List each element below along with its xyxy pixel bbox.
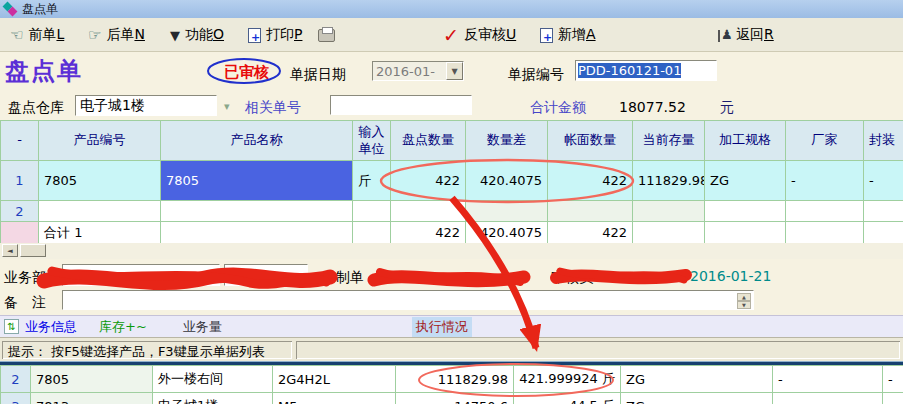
stock-lookup-grid: 2 7805 外一楼右间 2G4H2L 111829.98 421.999924… xyxy=(0,365,903,404)
print-page-icon: + xyxy=(248,28,261,43)
docno-label: 单据编号 xyxy=(508,66,564,84)
print-button[interactable]: + 打印P xyxy=(248,23,302,47)
lookup-row-2-partial: 3 7813 电子城1楼 M5 14750.6 44.5 斤 ZG - - xyxy=(1,393,903,404)
cell-counted-qty[interactable] xyxy=(391,201,466,222)
audit-date-value: 2016-01-21 xyxy=(690,268,771,284)
grid-header-row: - 产品编号 产品名称 输入 单位 盘点数量 数量差 帐面数量 当前存量 加工规… xyxy=(1,121,903,161)
cell-qty[interactable]: 421.999924 斤 xyxy=(514,366,621,393)
cell-location[interactable]: 电子城1楼 xyxy=(153,393,273,404)
docno-input[interactable]: PDD-160121-01 xyxy=(575,60,717,81)
red-check-icon: ✓ xyxy=(443,26,459,45)
cell-code[interactable]: 7813 xyxy=(31,393,153,404)
total-counted-qty: 422 xyxy=(391,222,466,244)
cell-counted-qty[interactable]: 422 xyxy=(391,161,466,201)
row-number[interactable]: 1 xyxy=(1,161,39,201)
cell-current-stock[interactable] xyxy=(633,201,705,222)
spinner-down-icon[interactable]: ▼ xyxy=(737,301,751,309)
scroll-left-icon[interactable]: ◄ xyxy=(2,244,18,257)
cell-package[interactable] xyxy=(864,201,903,222)
cell-vendor[interactable]: - xyxy=(786,161,864,201)
dept-label: 业务部门 xyxy=(4,269,60,287)
cell-vendor[interactable] xyxy=(786,201,864,222)
cell-name[interactable] xyxy=(161,201,353,222)
spinner-up-icon[interactable]: ▲ xyxy=(737,293,751,301)
grid-row-1: 1 7805 7805 斤 422 420.4075 422 111829.98… xyxy=(1,161,903,201)
cell-qty-diff[interactable]: 420.4075 xyxy=(466,161,548,201)
status-hint: 提示： 按F5键选择产品，F3键显示单据列表 xyxy=(2,341,292,359)
cell-stock[interactable]: 111829.98 xyxy=(396,366,514,393)
cell-book-qty[interactable]: 422 xyxy=(548,161,633,201)
cell-qty[interactable]: 44.5 斤 xyxy=(514,393,621,404)
row-number[interactable]: 3 xyxy=(1,393,31,404)
cell-unit[interactable] xyxy=(353,201,391,222)
tab-volume[interactable]: 业务量 xyxy=(183,318,222,336)
cell-unit[interactable]: 斤 xyxy=(353,161,391,201)
cell-process-spec[interactable]: ZG xyxy=(705,161,786,201)
scrollbar-thumb[interactable] xyxy=(20,244,46,257)
cell-proc[interactable]: ZG xyxy=(621,393,773,404)
tab-stock[interactable]: 库存+~ xyxy=(99,318,147,336)
col-current-stock: 当前存量 xyxy=(633,121,705,161)
doc-date-combobox[interactable]: 2016-01-21 ▼ xyxy=(372,61,464,81)
total-marker xyxy=(1,222,39,244)
tab-business-info[interactable]: 业务信息 xyxy=(25,318,77,336)
warehouse-drop-icon[interactable]: ▾ xyxy=(224,100,230,113)
cell-current-stock[interactable]: 111829.98 xyxy=(633,161,705,201)
lookup-row-1: 2 7805 外一楼右间 2G4H2L 111829.98 421.999924… xyxy=(1,366,903,393)
note-spinner[interactable]: ▲▼ xyxy=(737,293,751,307)
add-new-button[interactable]: + 新增A xyxy=(540,23,596,47)
cell-package[interactable]: - xyxy=(883,366,903,393)
new-page-icon: + xyxy=(540,28,553,43)
col-marker: - xyxy=(1,121,39,161)
total-qty-diff: 420.4075 xyxy=(466,222,548,244)
down-arrow-icon: ▼ xyxy=(170,29,180,42)
cell-book-qty[interactable] xyxy=(548,201,633,222)
row-number[interactable]: 2 xyxy=(1,366,31,393)
warehouse-input[interactable] xyxy=(75,95,217,116)
functions-button[interactable]: ▼ 功能O xyxy=(170,23,224,47)
cell-vendor[interactable]: - xyxy=(773,393,883,404)
cell-code[interactable] xyxy=(39,201,161,222)
printer-button[interactable] xyxy=(318,23,335,47)
status-panel-2 xyxy=(296,341,900,359)
next-doc-button[interactable]: ☞ 后单N xyxy=(88,23,145,47)
cell-process-spec[interactable] xyxy=(705,201,786,222)
date-label: 单据日期 xyxy=(290,66,346,84)
note-input[interactable]: ▲▼ xyxy=(62,290,754,310)
horizontal-scrollbar[interactable]: ◄ xyxy=(0,243,903,259)
tab-exec-status[interactable]: 执行情况 xyxy=(412,317,472,337)
doc-date-value: 2016-01-21 xyxy=(373,62,446,80)
cell-location[interactable]: 外一楼右间 xyxy=(153,366,273,393)
annotation-scribble-maker xyxy=(374,272,524,282)
cell-empty xyxy=(633,222,705,244)
cell-spec[interactable]: 2G4H2L xyxy=(273,366,396,393)
note-label: 备 注 xyxy=(4,294,46,312)
cell-package[interactable]: - xyxy=(864,161,903,201)
cell-package[interactable]: - xyxy=(883,393,903,404)
cell-code[interactable]: 7805 xyxy=(39,161,161,201)
cell-empty xyxy=(864,222,903,244)
col-vendor: 厂家 xyxy=(786,121,864,161)
cell-code[interactable]: 7805 xyxy=(31,366,153,393)
total-book-qty: 422 xyxy=(548,222,633,244)
chevron-down-icon[interactable]: ▼ xyxy=(446,62,463,80)
unaudit-button[interactable]: ✓ 反审核U xyxy=(443,23,516,47)
cell-spec[interactable]: M5 xyxy=(273,393,396,404)
return-button[interactable]: 返回R xyxy=(718,23,774,47)
total-amount-label: 合计金额 xyxy=(530,99,586,117)
row-number[interactable]: 2 xyxy=(1,201,39,222)
cell-qty-diff[interactable] xyxy=(466,201,548,222)
cell-empty xyxy=(161,222,353,244)
cell-name-selected[interactable]: 7805 xyxy=(161,161,353,201)
prev-doc-button[interactable]: ☜ 前单L xyxy=(10,23,64,47)
cell-vendor[interactable]: - xyxy=(773,366,883,393)
cell-proc[interactable]: ZG xyxy=(621,366,773,393)
dept-input[interactable] xyxy=(62,264,220,286)
col-package: 封装 xyxy=(864,121,903,161)
dept-input-2[interactable] xyxy=(224,264,308,286)
maker-label: 制单 xyxy=(336,269,364,287)
exit-icon xyxy=(718,28,731,43)
cell-stock[interactable]: 14750.6 xyxy=(396,393,514,404)
refresh-icon[interactable]: ⇅ xyxy=(4,319,19,334)
related-doc-input[interactable] xyxy=(330,95,472,115)
